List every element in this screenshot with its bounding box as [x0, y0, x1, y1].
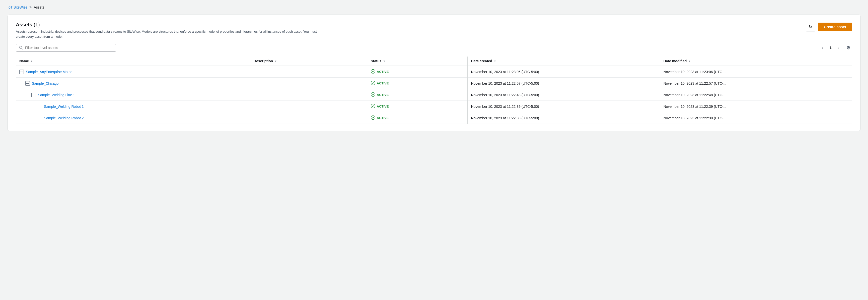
assets-table: Name ▼ Description ▼ Status ▼ — [16, 57, 852, 124]
cell-date-modified: November 10, 2023 at 11:22:30 (UTC-... — [660, 112, 852, 124]
cell-status: ACTIVE — [367, 112, 467, 124]
cell-description — [250, 78, 367, 89]
cell-name: Sample_Welding Robot 2 — [16, 112, 250, 124]
asset-name-link[interactable]: Sample_AnyEnterprise Motor — [26, 70, 72, 74]
cell-description — [250, 89, 367, 101]
card-description: Assets represent industrial devices and … — [16, 29, 317, 39]
active-status-icon — [371, 69, 375, 74]
cell-description — [250, 101, 367, 112]
cell-date-modified: November 10, 2023 at 11:22:48 (UTC-... — [660, 89, 852, 101]
svg-point-5 — [371, 115, 375, 119]
svg-point-1 — [371, 69, 375, 73]
cell-status: ACTIVE — [367, 89, 467, 101]
pagination-current: 1 — [828, 46, 833, 50]
sort-icon-status[interactable]: ▼ — [383, 60, 385, 62]
table-settings-button[interactable]: ⚙ — [845, 44, 852, 52]
sort-icon-created[interactable]: ▼ — [494, 60, 496, 62]
col-header-date-modified: Date modified ▼ — [660, 57, 852, 66]
header-actions: ↻ Create asset — [806, 22, 852, 31]
svg-point-3 — [371, 92, 375, 97]
svg-point-2 — [371, 81, 375, 85]
table-row: Sample_Welding Line 1ACTIVENovember 10, … — [16, 89, 852, 101]
breadcrumb-current: Assets — [34, 5, 44, 9]
cell-description — [250, 66, 367, 78]
cell-description — [250, 112, 367, 124]
cell-status: ACTIVE — [367, 78, 467, 89]
status-label: ACTIVE — [377, 81, 389, 85]
pagination-next-button[interactable]: › — [835, 44, 843, 52]
active-status-icon — [371, 92, 375, 98]
breadcrumb: IoT SiteWise > Assets — [7, 5, 861, 9]
card-header: Assets (1) Assets represent industrial d… — [16, 22, 852, 39]
asset-name-link[interactable]: Sample_Chicago — [32, 81, 59, 85]
table-row: Sample_AnyEnterprise MotorACTIVENovember… — [16, 66, 852, 78]
status-label: ACTIVE — [377, 70, 389, 74]
col-header-description: Description ▼ — [250, 57, 367, 66]
sort-icon-modified[interactable]: ▼ — [688, 60, 691, 62]
status-label: ACTIVE — [377, 105, 389, 108]
asset-name-link[interactable]: Sample_Welding Robot 2 — [44, 116, 84, 120]
sort-icon-name[interactable]: ▼ — [30, 60, 33, 62]
table-header: Name ▼ Description ▼ Status ▼ — [16, 57, 852, 66]
cell-date-created: November 10, 2023 at 11:23:06 (UTC-5:00) — [467, 66, 660, 78]
cell-date-created: November 10, 2023 at 11:22:57 (UTC-5:00) — [467, 78, 660, 89]
assets-count: (1) — [34, 22, 40, 27]
expand-icon[interactable] — [25, 81, 30, 86]
col-header-name: Name ▼ — [16, 57, 250, 66]
search-box — [16, 44, 116, 52]
search-input[interactable] — [25, 46, 113, 50]
active-status-icon — [371, 115, 375, 120]
cell-date-modified: November 10, 2023 at 11:22:39 (UTC-... — [660, 101, 852, 112]
status-label: ACTIVE — [377, 93, 389, 97]
cell-date-modified: November 10, 2023 at 11:23:06 (UTC-... — [660, 66, 852, 78]
cell-date-created: November 10, 2023 at 11:22:48 (UTC-5:00) — [467, 89, 660, 101]
assets-card: Assets (1) Assets represent industrial d… — [7, 15, 861, 131]
svg-point-4 — [371, 104, 375, 108]
cell-name: Sample_AnyEnterprise Motor — [16, 66, 250, 78]
active-status-icon — [371, 104, 375, 109]
col-header-date-created: Date created ▼ — [467, 57, 660, 66]
table-body: Sample_AnyEnterprise MotorACTIVENovember… — [16, 66, 852, 124]
cell-date-modified: November 10, 2023 at 11:22:57 (UTC-... — [660, 78, 852, 89]
create-asset-button[interactable]: Create asset — [818, 23, 852, 31]
col-header-status: Status ▼ — [367, 57, 467, 66]
pagination-controls: ‹ 1 › ⚙ — [818, 44, 852, 52]
cell-status: ACTIVE — [367, 66, 467, 78]
cell-date-created: November 10, 2023 at 11:22:30 (UTC-5:00) — [467, 112, 660, 124]
status-label: ACTIVE — [377, 116, 389, 120]
expand-icon[interactable] — [19, 70, 24, 74]
filter-row: ‹ 1 › ⚙ — [16, 44, 852, 52]
refresh-button[interactable]: ↻ — [806, 22, 815, 31]
card-title: Assets (1) — [16, 22, 317, 28]
table-row: Sample_Welding Robot 1ACTIVENovember 10,… — [16, 101, 852, 112]
cell-status: ACTIVE — [367, 101, 467, 112]
cell-name: Sample_Welding Robot 1 — [16, 101, 250, 112]
pagination-prev-button[interactable]: ‹ — [818, 44, 826, 52]
cell-name: Sample_Chicago — [16, 78, 250, 89]
asset-name-link[interactable]: Sample_Welding Line 1 — [38, 93, 75, 97]
table-row: Sample_Welding Robot 2ACTIVENovember 10,… — [16, 112, 852, 124]
asset-name-link[interactable]: Sample_Welding Robot 1 — [44, 105, 84, 109]
breadcrumb-separator: > — [29, 5, 32, 9]
expand-icon[interactable] — [31, 93, 36, 97]
table-row: Sample_ChicagoACTIVENovember 10, 2023 at… — [16, 78, 852, 89]
active-status-icon — [371, 81, 375, 86]
sort-icon-desc[interactable]: ▼ — [274, 60, 277, 62]
cell-date-created: November 10, 2023 at 11:22:39 (UTC-5:00) — [467, 101, 660, 112]
breadcrumb-parent-link[interactable]: IoT SiteWise — [7, 5, 27, 9]
cell-name: Sample_Welding Line 1 — [16, 89, 250, 101]
card-title-area: Assets (1) Assets represent industrial d… — [16, 22, 317, 39]
search-icon — [19, 46, 23, 50]
